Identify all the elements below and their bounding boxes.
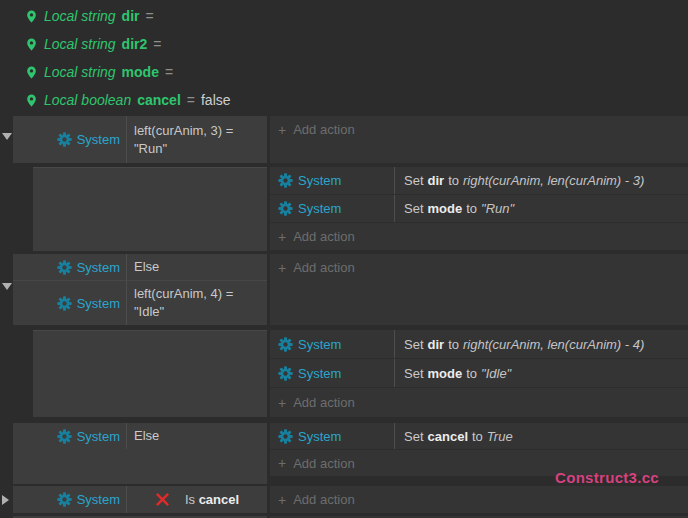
event4-condition-text: Is cancel xyxy=(127,486,267,513)
subevent1-actions: System Set dir to right(curAnim, len(cur… xyxy=(270,167,688,250)
event2-add-action-button[interactable]: + Add action xyxy=(270,254,688,281)
system-gear-icon xyxy=(57,132,72,147)
system-label: System xyxy=(77,429,120,444)
event1-object-cell: System xyxy=(13,116,127,163)
action-set-mode-idle[interactable]: System Set mode to "Idle" xyxy=(270,359,688,388)
local-variable-dir2[interactable]: Local string dir2 = xyxy=(25,30,161,58)
event2-condition-text: left(curAnim, 4) = "Idle" xyxy=(127,281,267,325)
action-object-cell: System xyxy=(270,195,394,222)
variable-kind: Local boolean xyxy=(44,92,131,108)
action-object-cell: System xyxy=(270,330,394,358)
action-object-cell: System xyxy=(270,167,394,194)
system-gear-icon xyxy=(57,429,72,444)
event2-object-cell: System xyxy=(13,281,127,325)
system-label: System xyxy=(77,132,120,147)
equals-sign: = xyxy=(187,92,195,108)
variable-name: cancel xyxy=(137,92,181,108)
plus-icon: + xyxy=(278,492,286,508)
system-gear-icon xyxy=(278,429,293,444)
event1-add-action-button[interactable]: + Add action xyxy=(270,116,688,143)
plus-icon: + xyxy=(278,395,286,411)
local-variable-cancel[interactable]: Local boolean cancel = false xyxy=(25,86,231,114)
action-object-cell: System xyxy=(270,423,394,449)
system-label: System xyxy=(298,337,341,352)
variable-value: false xyxy=(201,92,231,108)
variable-name: dir xyxy=(122,8,140,24)
collapse-toggle-event1[interactable] xyxy=(2,133,12,140)
local-variable-dir[interactable]: Local string dir = xyxy=(25,2,154,30)
collapse-toggle-event2[interactable] xyxy=(2,283,12,290)
event4-action-zone: + Add action xyxy=(270,486,688,513)
variable-name: dir2 xyxy=(122,36,148,52)
system-gear-icon xyxy=(57,296,72,311)
variable-name: mode xyxy=(122,64,159,80)
action-text: Set dir to right(curAnim, len(curAnim) -… xyxy=(394,330,688,358)
plus-icon: + xyxy=(278,260,286,276)
system-gear-icon xyxy=(278,366,293,381)
expand-toggle-event4[interactable] xyxy=(2,495,9,505)
system-label: System xyxy=(77,260,120,275)
event1-condition-text: left(curAnim, 3) = "Run" xyxy=(127,116,267,163)
system-gear-icon xyxy=(278,337,293,352)
action-text: Set mode to "Idle" xyxy=(394,359,688,387)
system-gear-icon xyxy=(57,492,72,507)
system-label: System xyxy=(298,201,341,216)
inverted-condition-icon xyxy=(156,493,169,506)
event4-object-cell: System xyxy=(13,486,127,513)
variable-pin-icon xyxy=(25,8,38,25)
local-variable-mode[interactable]: Local string mode = xyxy=(25,58,173,86)
subevent2-actions: System Set dir to right(curAnim, len(cur… xyxy=(270,330,688,417)
action-text: Set cancel to True xyxy=(394,423,688,449)
system-gear-icon xyxy=(278,201,293,216)
variable-kind: Local string xyxy=(44,64,116,80)
plus-icon: + xyxy=(278,455,286,471)
event1-condition-block[interactable]: System left(curAnim, 3) = "Run" xyxy=(13,116,267,163)
event3-object-cell: System xyxy=(13,423,127,449)
event2-else-condition: Else xyxy=(127,254,267,280)
event2-object-cell: System xyxy=(13,254,127,280)
equals-sign: = xyxy=(145,8,153,24)
action-text: Set dir to right(curAnim, len(curAnim) -… xyxy=(394,167,688,194)
event2-action-zone: + Add action xyxy=(270,254,688,325)
event3-else-condition: Else xyxy=(127,423,267,449)
variable-kind: Local string xyxy=(44,8,116,24)
variable-pin-icon xyxy=(25,36,38,53)
variable-pin-icon xyxy=(25,64,38,81)
equals-sign: = xyxy=(153,36,161,52)
action-set-mode-run[interactable]: System Set mode to "Run" xyxy=(270,195,688,223)
system-label: System xyxy=(77,492,120,507)
action-text: Set mode to "Run" xyxy=(394,195,688,222)
event-sheet: Local string dir = Local string dir2 = L… xyxy=(0,0,688,518)
system-label: System xyxy=(298,429,341,444)
variable-pin-icon xyxy=(25,92,38,109)
system-gear-icon xyxy=(57,260,72,275)
watermark: Construct3.cc xyxy=(555,469,659,486)
action-set-dir-idle[interactable]: System Set dir to right(curAnim, len(cur… xyxy=(270,330,688,359)
action-set-dir-run[interactable]: System Set dir to right(curAnim, len(cur… xyxy=(270,167,688,195)
action-set-cancel-true[interactable]: System Set cancel to True xyxy=(270,423,688,450)
system-label: System xyxy=(298,366,341,381)
system-gear-icon xyxy=(278,173,293,188)
equals-sign: = xyxy=(165,64,173,80)
event4-add-action-button[interactable]: + Add action xyxy=(270,486,688,513)
subevent2-condition-block[interactable] xyxy=(33,330,267,417)
subevent1-add-action-button[interactable]: + Add action xyxy=(270,223,688,250)
subevent1-condition-block[interactable] xyxy=(33,167,267,251)
event3-condition-block[interactable]: System Else xyxy=(13,423,267,484)
event2-condition-block[interactable]: System Else System left(curAnim, 4) = "I… xyxy=(13,254,267,325)
action-object-cell: System xyxy=(270,359,394,387)
subevent2-add-action-button[interactable]: + Add action xyxy=(270,388,688,417)
variable-kind: Local string xyxy=(44,36,116,52)
system-label: System xyxy=(298,173,341,188)
plus-icon: + xyxy=(278,229,286,245)
event1-action-zone: + Add action xyxy=(270,116,688,163)
event4-condition-block[interactable]: System Is cancel xyxy=(13,486,267,513)
plus-icon: + xyxy=(278,122,286,138)
system-label: System xyxy=(77,296,120,311)
